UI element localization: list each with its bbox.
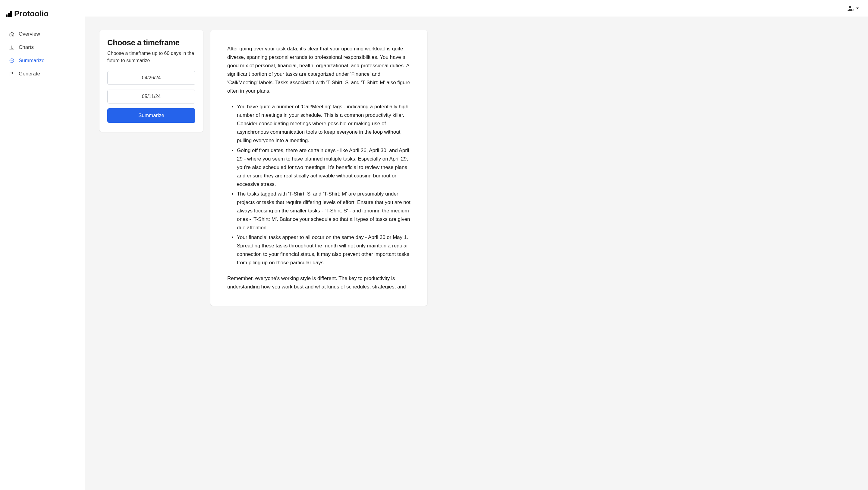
- timeframe-heading: Choose a timeframe: [107, 38, 195, 47]
- flag-icon: [9, 71, 14, 77]
- sidebar-nav: Overview Charts Summarize Generate: [0, 27, 85, 81]
- summary-bullet: Going off from dates, there are certain …: [237, 146, 410, 189]
- sidebar-item-label: Generate: [19, 71, 40, 77]
- brand-logo-icon: [6, 11, 12, 17]
- summary-outro: Remember, everyone's working style is di…: [227, 274, 410, 291]
- end-date-input[interactable]: [107, 90, 195, 104]
- svg-point-2: [11, 60, 12, 61]
- svg-point-4: [849, 6, 851, 8]
- timeframe-subtitle: Choose a timeframe up to 60 days in the …: [107, 50, 195, 64]
- summary-bullet: You have quite a number of 'Call/Meeting…: [237, 103, 410, 145]
- sidebar-item-charts[interactable]: Charts: [0, 41, 85, 54]
- main-area: Choose a timeframe Choose a timeframe up…: [85, 0, 868, 490]
- summary-bullet: Your financial tasks appear to all occur…: [237, 233, 410, 267]
- brand-name: Protoolio: [14, 9, 49, 19]
- summary-card: After going over your task data, it's cl…: [210, 30, 427, 306]
- timeframe-card: Choose a timeframe Choose a timeframe up…: [99, 30, 203, 132]
- sidebar-item-label: Overview: [19, 31, 40, 37]
- sidebar-item-generate[interactable]: Generate: [0, 67, 85, 81]
- content: Choose a timeframe Choose a timeframe up…: [85, 17, 868, 490]
- bar-chart-icon: [9, 45, 14, 50]
- chat-icon: [9, 58, 14, 63]
- start-date-input[interactable]: [107, 71, 195, 85]
- summary-bullet-list: You have quite a number of 'Call/Meeting…: [227, 103, 410, 267]
- user-settings-icon: [847, 5, 854, 12]
- sidebar-item-overview[interactable]: Overview: [0, 27, 85, 41]
- sidebar: Protoolio Overview Charts Summarize: [0, 0, 85, 490]
- topbar: [85, 0, 868, 17]
- summary-bullet: The tasks tagged with 'T-Shirt: S' and '…: [237, 190, 410, 232]
- sidebar-item-label: Charts: [19, 45, 34, 50]
- sidebar-item-label: Summarize: [19, 58, 44, 64]
- svg-point-3: [12, 60, 13, 61]
- sidebar-item-summarize[interactable]: Summarize: [0, 54, 85, 67]
- svg-point-1: [10, 60, 11, 61]
- summary-intro: After going over your task data, it's cl…: [227, 45, 410, 95]
- chevron-down-icon: [856, 7, 859, 9]
- house-icon: [9, 31, 14, 37]
- summarize-button[interactable]: Summarize: [107, 108, 195, 123]
- brand-logo[interactable]: Protoolio: [0, 9, 85, 27]
- user-menu[interactable]: [847, 5, 859, 12]
